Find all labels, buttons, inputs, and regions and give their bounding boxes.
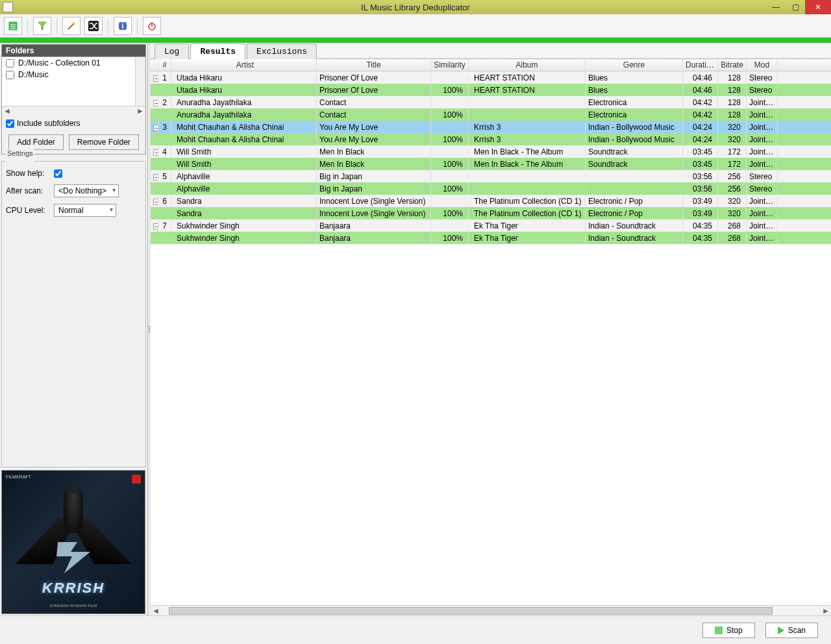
svg-marker-4 [38, 22, 46, 30]
folder-item[interactable]: D:/Music [2, 69, 145, 80]
cpu-level-dropdown[interactable]: Normal [54, 204, 116, 217]
column-index[interactable]: # [158, 59, 171, 71]
cell-album: The Platinum Collection (CD 1) [469, 195, 586, 207]
folder-checkbox[interactable] [6, 59, 14, 68]
power-button[interactable] [143, 17, 161, 35]
cell-bitrate: 128 [718, 72, 747, 84]
cell-similarity [431, 151, 469, 153]
wand-button[interactable] [62, 17, 81, 35]
remove-folder-button[interactable]: Remove Folder [69, 134, 139, 150]
cell-bitrate: 172 [718, 158, 747, 170]
cell-bitrate: 256 [718, 183, 747, 195]
collapse-icon[interactable]: – [153, 149, 158, 156]
scan-button[interactable]: Scan [765, 623, 818, 638]
column-expand[interactable] [151, 59, 158, 71]
table-horizontal-scrollbar[interactable]: ◄ ► [151, 605, 831, 615]
minimize-button[interactable]: — [766, 0, 786, 14]
info-button[interactable]: i [114, 17, 132, 35]
cell-bitrate: 320 [718, 195, 747, 207]
table-row[interactable]: –1Utada HikaruPrisoner Of LoveHEART STAT… [151, 71, 831, 84]
column-bitrate[interactable]: Bitrate [718, 59, 747, 71]
svg-point-8 [75, 24, 76, 25]
cell-mode: JointSte [747, 134, 778, 145]
cell-title: Innocent Love (Single Version) [317, 195, 431, 207]
scroll-right-icon[interactable]: ► [135, 106, 145, 116]
stop-button[interactable]: Stop [702, 623, 755, 638]
column-album[interactable]: Album [469, 59, 586, 71]
cell-genre: Blues [586, 72, 683, 84]
collapse-icon[interactable]: – [153, 75, 158, 82]
table-row[interactable]: SandraInnocent Love (Single Version)100%… [151, 207, 831, 219]
filter-button[interactable] [33, 17, 51, 35]
cell-bitrate: 320 [718, 208, 747, 219]
cell-mode: JointSte [747, 158, 778, 170]
add-folder-button[interactable]: Add Folder [8, 134, 64, 150]
collapse-icon[interactable]: – [153, 199, 158, 205]
table-row[interactable]: Anuradha JayathilakaContact100%Electroni… [151, 108, 831, 121]
table-row[interactable]: AlphavilleBig in Japan100%03:56256Stereo [151, 182, 831, 195]
table-row[interactable]: Mohit Chauhan & Alisha ChinaiYou Are My … [151, 133, 831, 145]
show-help-checkbox[interactable] [54, 169, 62, 178]
after-scan-label: After scan: [6, 186, 50, 195]
cell-index: 6 [158, 195, 171, 207]
folders-list[interactable]: D:/Music - Collection 01 D:/Music [2, 56, 145, 106]
maximize-button[interactable]: ▢ [786, 0, 805, 14]
column-genre[interactable]: Genre [586, 59, 683, 71]
tab-log[interactable]: Log [155, 43, 189, 59]
cell-artist: Sandra [171, 195, 317, 207]
tab-results[interactable]: Results [190, 43, 245, 59]
cell-index: 4 [158, 146, 171, 158]
table-row[interactable]: –5AlphavilleBig in Japan03:56256Stereo [151, 170, 831, 182]
cell-duration: 04:35 [683, 220, 718, 232]
album-subtitle: A RAKESH ROSHAN FILM [50, 604, 97, 608]
window-titlebar[interactable]: IL Music Library Deduplicator — ▢ ✕ [0, 0, 831, 14]
folder-list-button[interactable] [4, 17, 22, 35]
stop-icon [715, 626, 723, 634]
column-similarity[interactable]: Similarity [431, 59, 469, 71]
scrollbar-thumb[interactable] [169, 607, 773, 615]
after-scan-dropdown[interactable]: <Do Nothing> [54, 184, 119, 197]
tab-exclusions[interactable]: Exclusions [247, 43, 317, 59]
cell-bitrate: 320 [718, 134, 747, 145]
table-row[interactable]: Sukhwinder SinghBanjaara100%Ek Tha Tiger… [151, 232, 831, 244]
cell-bitrate: 268 [718, 232, 747, 244]
horizontal-scrollbar[interactable]: ◄ ► [2, 106, 145, 116]
app-icon [3, 2, 13, 12]
collapse-icon[interactable]: – [153, 223, 158, 230]
table-row[interactable]: –4Will SmithMen In BlackMen In Black - T… [151, 145, 831, 158]
collapse-icon[interactable]: – [153, 125, 158, 131]
table-row[interactable]: Utada HikaruPrisoner Of Love100%HEART ST… [151, 84, 831, 96]
cell-album [469, 188, 586, 190]
table-row[interactable]: –2Anuradha JayathilakaContactElectronica… [151, 96, 831, 108]
cell-index [158, 89, 171, 92]
cell-index [158, 237, 171, 240]
close-button[interactable]: ✕ [805, 0, 831, 14]
collapse-icon[interactable]: – [153, 174, 158, 180]
cell-album: Men In Black - The Album [469, 146, 586, 158]
column-artist[interactable]: Artist [171, 59, 317, 71]
folder-label: D:/Music [18, 70, 49, 79]
cell-title: Big in Japan [317, 171, 431, 182]
table-row[interactable]: –6SandraInnocent Love (Single Version)Th… [151, 195, 831, 207]
cell-bitrate: 172 [718, 146, 747, 158]
table-row[interactable]: –7Sukhwinder SinghBanjaaraEk Tha TigerIn… [151, 219, 831, 232]
column-mode[interactable]: Mod [747, 59, 778, 71]
table-row[interactable]: Will SmithMen In Black100%Men In Black -… [151, 158, 831, 170]
shuffle-button[interactable] [84, 17, 103, 35]
scroll-right-icon[interactable]: ► [821, 606, 831, 615]
folder-item[interactable]: D:/Music - Collection 01 [2, 57, 145, 69]
column-title[interactable]: Title [317, 59, 431, 71]
cell-mode: JointSte [747, 195, 778, 207]
include-subfolders-checkbox[interactable] [6, 119, 14, 128]
column-duration[interactable]: Duration [683, 59, 718, 71]
vertical-scrollbar[interactable] [135, 57, 145, 106]
cell-duration: 04:35 [683, 232, 718, 244]
show-help-label: Show help: [6, 169, 50, 178]
scroll-left-icon[interactable]: ◄ [2, 106, 12, 116]
folder-checkbox[interactable] [6, 71, 14, 79]
collapse-icon[interactable]: – [153, 100, 158, 106]
album-title: KRRISH [42, 580, 105, 597]
scroll-left-icon[interactable]: ◄ [151, 606, 161, 615]
cell-album: The Platinum Collection (CD 1) [469, 208, 586, 219]
table-row[interactable]: –3Mohit Chauhan & Alisha ChinaiYou Are M… [151, 121, 831, 133]
